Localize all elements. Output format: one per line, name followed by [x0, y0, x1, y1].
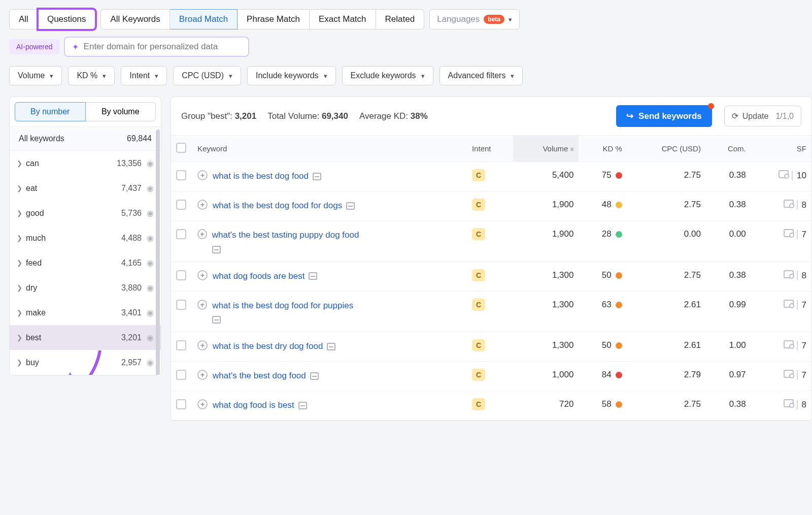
- sidebar-group-dry[interactable]: ❯dry3,880◉: [10, 275, 161, 300]
- keyword-link[interactable]: what is the best dog food: [213, 170, 309, 183]
- chevron-down-icon: ▾: [511, 72, 514, 80]
- sidebar-scrollbar[interactable]: [156, 130, 160, 375]
- filter-cpc[interactable]: CPC (USD)▾: [173, 66, 241, 85]
- keyword-link[interactable]: what's the best dog food: [213, 370, 306, 382]
- expand-icon[interactable]: +: [197, 399, 208, 409]
- col-intent[interactable]: Intent: [467, 136, 514, 162]
- cell-kd: 50: [579, 332, 627, 362]
- eye-icon[interactable]: ◉: [147, 308, 154, 317]
- expand-icon[interactable]: +: [197, 270, 208, 280]
- group-count: 4,165: [121, 259, 142, 268]
- filter-advanced[interactable]: Advanced filters▾: [439, 66, 523, 85]
- tab-related[interactable]: Related: [376, 9, 425, 29]
- serp-icon[interactable]: [346, 202, 355, 210]
- row-checkbox[interactable]: [176, 170, 186, 180]
- tab-all-keywords[interactable]: All Keywords: [100, 9, 170, 29]
- row-checkbox[interactable]: [176, 340, 186, 350]
- serp-preview-icon[interactable]: [779, 170, 789, 178]
- keyword-link[interactable]: what dog food is best: [213, 399, 294, 412]
- keyword-link[interactable]: what dog foods are best: [213, 270, 304, 283]
- group-count: 3,401: [121, 308, 142, 317]
- row-checkbox[interactable]: [176, 300, 186, 310]
- sidebar-group-buy[interactable]: ❯buy2,957◉: [10, 350, 161, 375]
- serp-icon[interactable]: [313, 173, 321, 180]
- expand-icon[interactable]: +: [197, 300, 207, 310]
- tab-all[interactable]: All: [9, 9, 38, 29]
- tab-questions[interactable]: Questions: [38, 9, 96, 29]
- eye-icon[interactable]: ◉: [147, 283, 154, 293]
- serp-icon[interactable]: [212, 316, 221, 324]
- row-checkbox[interactable]: [176, 370, 186, 380]
- filter-include[interactable]: Include keywords▾: [247, 66, 336, 85]
- sidebar-group-good[interactable]: ❯good5,736◉: [10, 201, 161, 226]
- chevron-down-icon: ▾: [509, 16, 512, 23]
- col-sf[interactable]: SF: [751, 136, 811, 162]
- serp-preview-icon[interactable]: [784, 300, 794, 308]
- cell-com: 0.38: [706, 262, 751, 291]
- eye-icon[interactable]: ◉: [147, 208, 154, 218]
- serp-preview-icon[interactable]: [784, 200, 794, 208]
- expand-icon[interactable]: +: [197, 200, 208, 210]
- ai-domain-input-wrap[interactable]: ✦: [64, 37, 249, 57]
- filter-volume[interactable]: Volume▾: [9, 66, 62, 85]
- serp-icon[interactable]: [298, 402, 307, 409]
- expand-icon[interactable]: +: [197, 340, 208, 350]
- expand-icon[interactable]: +: [197, 170, 208, 180]
- filter-kd[interactable]: KD %▾: [68, 66, 115, 85]
- sidebar-group-eat[interactable]: ❯eat7,437◉: [10, 176, 161, 201]
- update-button[interactable]: ⟳ Update 1/1,0: [724, 106, 801, 126]
- eye-icon[interactable]: ◉: [147, 158, 154, 168]
- tab-by-volume[interactable]: By volume: [86, 102, 156, 121]
- serp-preview-icon[interactable]: [784, 399, 794, 407]
- serp-preview-icon[interactable]: [784, 370, 794, 378]
- sidebar-group-best[interactable]: ❯best3,201◉: [10, 325, 161, 350]
- row-checkbox[interactable]: [176, 229, 186, 239]
- serp-icon[interactable]: [310, 372, 319, 380]
- eye-icon[interactable]: ◉: [147, 358, 154, 367]
- tab-exact-match[interactable]: Exact Match: [310, 9, 376, 29]
- eye-icon[interactable]: ◉: [147, 183, 154, 193]
- ai-domain-input[interactable]: [84, 42, 241, 52]
- sidebar-group-make[interactable]: ❯make3,401◉: [10, 300, 161, 325]
- cell-cpc: 0.00: [627, 221, 706, 262]
- languages-dropdown[interactable]: Languages beta ▾: [429, 9, 520, 29]
- expand-icon[interactable]: +: [197, 229, 207, 239]
- expand-icon[interactable]: +: [197, 370, 208, 380]
- col-com[interactable]: Com.: [706, 136, 751, 162]
- chevron-down-icon: ▾: [421, 72, 425, 80]
- serp-icon[interactable]: [327, 343, 335, 350]
- col-cpc[interactable]: CPC (USD): [627, 136, 706, 162]
- tab-phrase-match[interactable]: Phrase Match: [238, 9, 310, 29]
- filter-exclude[interactable]: Exclude keywords▾: [342, 66, 433, 85]
- col-volume[interactable]: Volume≡: [513, 136, 579, 162]
- tab-by-number[interactable]: By number: [15, 102, 86, 121]
- sidebar-group-feed[interactable]: ❯feed4,165◉: [10, 250, 161, 275]
- keyword-link[interactable]: what is the best dog food for dogs: [213, 200, 342, 212]
- send-keywords-button[interactable]: ↪ Send keywords: [616, 105, 712, 127]
- keyword-link[interactable]: what's the best tasting puppy dog food: [212, 229, 359, 242]
- cell-sf: 7: [751, 221, 811, 262]
- tab-broad-match[interactable]: Broad Match: [170, 9, 238, 29]
- chevron-down-icon: ▾: [324, 72, 327, 80]
- serp-preview-icon[interactable]: [784, 270, 794, 278]
- serp-icon[interactable]: [309, 272, 317, 280]
- cell-com: 0.38: [706, 162, 751, 191]
- sidebar-group-much[interactable]: ❯much4,488◉: [10, 226, 161, 250]
- row-checkbox[interactable]: [176, 200, 186, 210]
- serp-preview-icon[interactable]: [784, 340, 794, 348]
- col-kd[interactable]: KD %: [579, 136, 627, 162]
- filter-intent[interactable]: Intent▾: [121, 66, 167, 85]
- select-all-checkbox[interactable]: [176, 143, 186, 153]
- serp-icon[interactable]: [212, 246, 221, 253]
- col-keyword[interactable]: Keyword: [192, 136, 467, 162]
- eye-icon[interactable]: ◉: [147, 258, 154, 268]
- eye-icon[interactable]: ◉: [147, 333, 154, 342]
- row-checkbox[interactable]: [176, 270, 186, 280]
- eye-icon[interactable]: ◉: [147, 233, 154, 243]
- keyword-link[interactable]: what is the best dog food for puppies: [212, 300, 353, 312]
- keyword-link[interactable]: what is the best dry dog food: [213, 340, 323, 353]
- serp-preview-icon[interactable]: [784, 229, 794, 237]
- row-checkbox[interactable]: [176, 399, 186, 409]
- sidebar-group-can[interactable]: ❯can13,356◉: [10, 151, 161, 176]
- all-keywords-row[interactable]: All keywords 69,844: [10, 126, 161, 151]
